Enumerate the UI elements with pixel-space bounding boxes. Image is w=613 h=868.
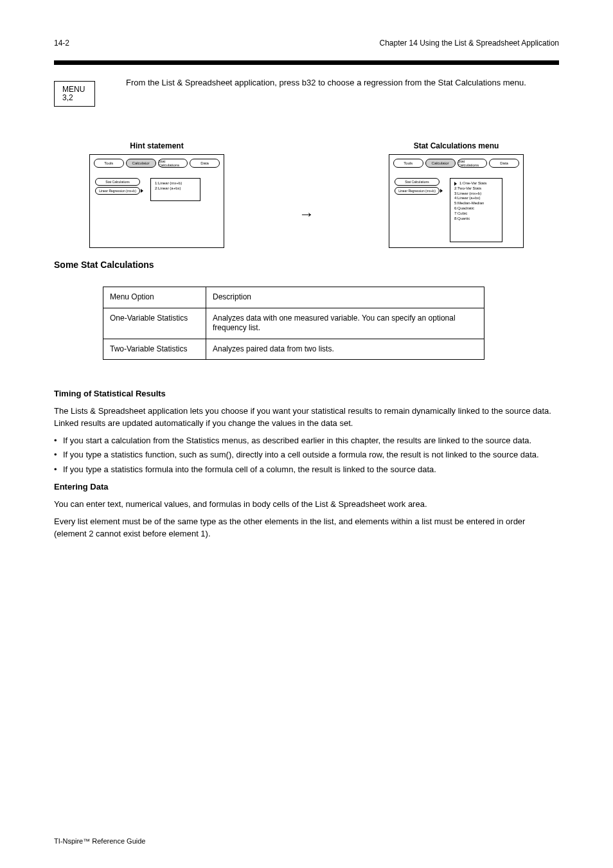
page-number: 14-2 [54,39,69,48]
list-item: If you type a statistics function, such … [54,449,559,461]
page: 14-2 Chapter 14 Using the List & Spreads… [0,0,613,868]
menu-label-line2: 3,2 [62,94,87,102]
figure-left: Hint statement Tools Calculator Stat Cal… [54,141,260,248]
opt-row: 5:Median-Median [454,201,498,206]
arrow-right-icon: → [299,168,314,222]
table-cell: Two-Variable Statistics [103,339,206,360]
button-stack-right: Stat Calculations Linear Regression (mx+… [395,178,440,195]
tab: Stat Calculations [158,159,188,168]
option-panel-left: 1:Linear (mx+b) 2:Linear (a+bx) [150,178,200,201]
paragraph: You can enter text, numerical values, an… [54,499,559,511]
option-panel-right: 1:One-Var Stats 2:Two-Var Stats 3:Linear… [450,178,502,242]
opt-row: 3:Linear (mx+b) [454,191,498,197]
subsection-title-timing: Timing of Statistical Results [54,388,559,400]
table-row: Menu Option Description [103,287,484,308]
menu-shortcut-box: MENU 3,2 [54,81,95,107]
stat-calc-table: Menu Option Description One-Variable Sta… [103,287,484,360]
list-item: If you type a statistics formula into th… [54,464,559,476]
tabs-left: Tools Calculator Stat Calculations Data [94,159,220,168]
fig-left-caption: Hint statement [130,141,183,150]
menu-pill: Stat Calculations [395,178,440,186]
tab: Stat Calculations [458,159,488,168]
menu-pill: Linear Regression (mx+b) [95,187,140,195]
button-stack-left: Stat Calculations Linear Regression (mx+… [95,178,140,195]
footer-note: TI-Nspire™ Reference Guide [54,837,145,845]
menu-pill: Linear Regression (mx+b) [395,187,440,195]
tab: Tools [393,159,423,168]
tabs-right: Tools Calculator Stat Calculations Data [393,159,519,168]
opt-row: 2:Two-Var Stats [454,186,498,191]
list-item: If you start a calculation from the Stat… [54,435,559,447]
triangle-icon [454,182,457,186]
screenshot-left: Tools Calculator Stat Calculations Data … [89,154,224,248]
figure-right: Stat Calculations menu Tools Calculator … [353,141,559,248]
intro-paragraph: From the List & Spreadsheet application,… [126,77,559,89]
subsection-title-entering-data: Entering Data [54,481,559,493]
opt-row: 8:Quartic [454,217,498,222]
table-header: Menu Option [103,287,206,308]
opt-row: 7:Cubic [454,211,498,217]
tab: Calculator [425,159,456,168]
opt-row: 1:Linear (mx+b) [155,181,196,186]
table-cell: Analyzes data with one measured variable… [206,308,484,339]
table-row: Two-Variable Statistics Analyzes paired … [103,339,484,360]
table-cell: Analyzes paired data from two lists. [206,339,484,360]
opt-row: 6:Quadratic [454,206,498,211]
tab: Tools [94,159,124,168]
paragraph: Every list element must be of the same t… [54,516,559,540]
figures-row: Hint statement Tools Calculator Stat Cal… [54,141,559,248]
table-row: One-Variable Statistics Analyzes data wi… [103,308,484,339]
section-title-stat-calcs: Some Stat Calculations [54,260,559,270]
paragraph: The Lists & Spreadsheet application lets… [54,405,559,430]
fig-right-caption: Stat Calculations menu [414,141,499,150]
table-cell: One-Variable Statistics [103,308,206,339]
tab: Data [489,159,519,168]
table-header: Description [206,287,484,308]
bullet-list: If you start a calculation from the Stat… [54,435,559,477]
menu-pill: Stat Calculations [95,178,140,186]
header-rule [54,60,559,65]
opt-row: 1:One-Var Stats [454,181,498,186]
opt-row: 4:Linear (a+bx) [454,196,498,201]
running-head: Chapter 14 Using the List & Spreadsheet … [379,39,559,48]
tab: Data [190,159,220,168]
opt-row: 2:Linear (a+bx) [155,186,196,191]
tab: Calculator [126,159,156,168]
body-content: Timing of Statistical Results The Lists … [54,388,559,545]
screenshot-right: Tools Calculator Stat Calculations Data … [389,154,524,248]
